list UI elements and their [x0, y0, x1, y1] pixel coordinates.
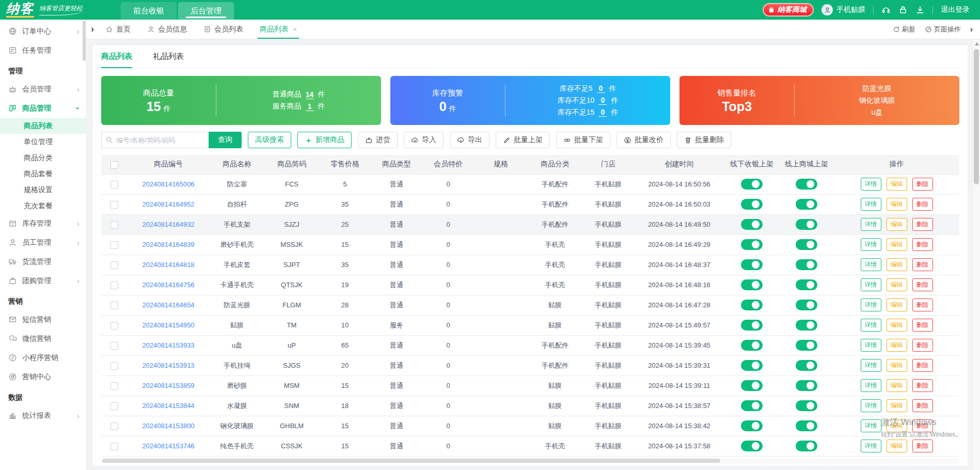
online-toggle[interactable] — [796, 340, 817, 351]
toolbar-button[interactable]: 批量删除 — [677, 132, 731, 148]
detail-button[interactable]: 详情 — [861, 218, 881, 231]
del-button[interactable]: 删除 — [912, 339, 933, 352]
stat-detail-value[interactable]: 0 — [598, 108, 607, 117]
product-code-link[interactable]: 20240814153859 — [142, 382, 194, 389]
workspace-tab[interactable]: 首页 — [97, 20, 139, 39]
search-button[interactable]: 查询 — [209, 132, 242, 148]
row-checkbox[interactable] — [110, 402, 118, 410]
row-checkbox[interactable] — [110, 443, 118, 450]
product-code-link[interactable]: 20240814153913 — [142, 362, 194, 369]
del-button[interactable]: 删除 — [912, 278, 933, 291]
sidebar-collapse-chevron-icon[interactable]: › — [88, 24, 97, 35]
product-code-link[interactable]: 20240814153800 — [142, 422, 194, 430]
vertical-scrollbar[interactable] — [972, 40, 980, 470]
detail-button[interactable]: 详情 — [861, 440, 881, 452]
sidebar-item[interactable]: 统计报表› — [0, 406, 86, 425]
logout-button[interactable]: 退出登录 — [941, 5, 970, 14]
row-checkbox[interactable] — [110, 322, 118, 330]
online-toggle[interactable] — [796, 239, 817, 250]
edit-button[interactable]: 编辑 — [887, 198, 907, 211]
offline-toggle[interactable] — [741, 199, 763, 210]
toolbar-button[interactable]: 进货 — [358, 132, 398, 148]
product-code-link[interactable]: 20240814153746 — [142, 442, 194, 450]
online-toggle[interactable] — [796, 420, 817, 431]
product-code-link[interactable]: 20240814164839 — [142, 241, 194, 248]
detail-button[interactable]: 详情 — [861, 178, 881, 191]
toolbar-button[interactable]: 导入 — [404, 132, 444, 148]
edit-button[interactable]: 编辑 — [887, 339, 907, 352]
stat-detail-value[interactable]: 0 — [598, 96, 607, 105]
lock-icon[interactable] — [898, 5, 908, 14]
online-toggle[interactable] — [796, 259, 817, 270]
edit-button[interactable]: 编辑 — [887, 419, 907, 432]
headset-icon[interactable] — [881, 5, 891, 14]
offline-toggle[interactable] — [741, 259, 763, 270]
scroll-up-arrow-icon[interactable] — [975, 42, 979, 45]
product-code-link[interactable]: 20240814164654 — [142, 301, 194, 309]
download-icon[interactable] — [915, 5, 925, 14]
row-checkbox[interactable] — [110, 181, 118, 189]
online-toggle[interactable] — [796, 380, 817, 391]
online-toggle[interactable] — [796, 400, 817, 411]
detail-button[interactable]: 详情 — [861, 379, 881, 392]
del-button[interactable]: 删除 — [912, 399, 933, 412]
edit-button[interactable]: 编辑 — [887, 238, 907, 251]
edit-button[interactable]: 编辑 — [887, 278, 907, 291]
sidebar-item[interactable]: 团购管理› — [0, 271, 86, 290]
sidebar-item[interactable]: 微信营销 — [0, 329, 86, 348]
row-checkbox[interactable] — [110, 241, 118, 249]
product-code-link[interactable]: 20240814164952 — [142, 200, 194, 208]
del-button[interactable]: 删除 — [912, 238, 933, 251]
tabstrip-overflow-chevron-icon[interactable]: › — [970, 25, 973, 34]
detail-button[interactable]: 详情 — [861, 278, 881, 291]
row-checkbox[interactable] — [110, 201, 118, 209]
sidebar-item[interactable]: 会员管理› — [0, 80, 86, 99]
row-checkbox[interactable] — [110, 302, 118, 309]
detail-button[interactable]: 详情 — [861, 299, 881, 311]
online-toggle[interactable] — [796, 199, 817, 210]
toolbar-button[interactable]: 批量改价 — [617, 132, 671, 148]
sidebar-item[interactable]: 货流管理 — [0, 252, 86, 271]
sidebar-item[interactable]: 任务管理 — [0, 41, 86, 60]
edit-button[interactable]: 编辑 — [887, 319, 907, 332]
detail-button[interactable]: 详情 — [861, 399, 881, 412]
sidebar-item[interactable]: 商品管理› — [0, 99, 86, 118]
offline-toggle[interactable] — [741, 320, 763, 331]
del-button[interactable]: 删除 — [912, 178, 933, 191]
offline-toggle[interactable] — [741, 219, 763, 230]
topnav-tab[interactable]: 后台管理 — [178, 2, 234, 20]
detail-button[interactable]: 详情 — [861, 419, 881, 432]
row-checkbox[interactable] — [110, 342, 118, 350]
del-button[interactable]: 删除 — [912, 419, 933, 432]
detail-button[interactable]: 详情 — [861, 258, 881, 271]
offline-toggle[interactable] — [741, 239, 763, 250]
del-button[interactable]: 删除 — [912, 379, 933, 392]
product-code-link[interactable]: 20240814165006 — [142, 180, 194, 188]
online-toggle[interactable] — [796, 441, 817, 451]
product-code-link[interactable]: 20240814153933 — [142, 341, 194, 349]
offline-toggle[interactable] — [741, 380, 763, 391]
sidebar-subitem[interactable]: 单位管理 — [0, 134, 86, 150]
detail-button[interactable]: 详情 — [861, 238, 881, 251]
sidebar-subitem[interactable]: 规格设置 — [0, 182, 86, 198]
workspace-tab[interactable]: 会员信息 — [139, 20, 195, 39]
toolbar-button[interactable]: 批量下架 — [556, 132, 610, 148]
topnav-tab[interactable]: 前台收银 — [121, 2, 177, 20]
sidebar-item[interactable]: 短信营销 — [0, 310, 86, 329]
sidebar-item[interactable]: 库存管理› — [0, 214, 86, 233]
del-button[interactable]: 删除 — [912, 258, 933, 271]
refresh-button[interactable]: 刷新 — [893, 25, 915, 34]
offline-toggle[interactable] — [741, 360, 763, 371]
sidebar-subitem[interactable]: 商品套餐 — [0, 166, 86, 182]
close-icon[interactable]: × — [293, 25, 297, 34]
workspace-tab[interactable]: 商品列表× — [251, 20, 305, 39]
vscroll-thumb[interactable] — [974, 49, 979, 184]
online-toggle[interactable] — [796, 279, 817, 290]
horizontal-scrollbar[interactable] — [101, 458, 959, 464]
sidebar-subitem[interactable]: 充次套餐 — [0, 198, 86, 214]
online-toggle[interactable] — [796, 360, 817, 371]
edit-button[interactable]: 编辑 — [887, 399, 907, 412]
toolbar-button[interactable]: 批量上架 — [496, 132, 550, 148]
mall-badge[interactable]: 纳客商城 — [763, 3, 814, 17]
toolbar-button[interactable]: +新增商品 — [297, 132, 352, 148]
